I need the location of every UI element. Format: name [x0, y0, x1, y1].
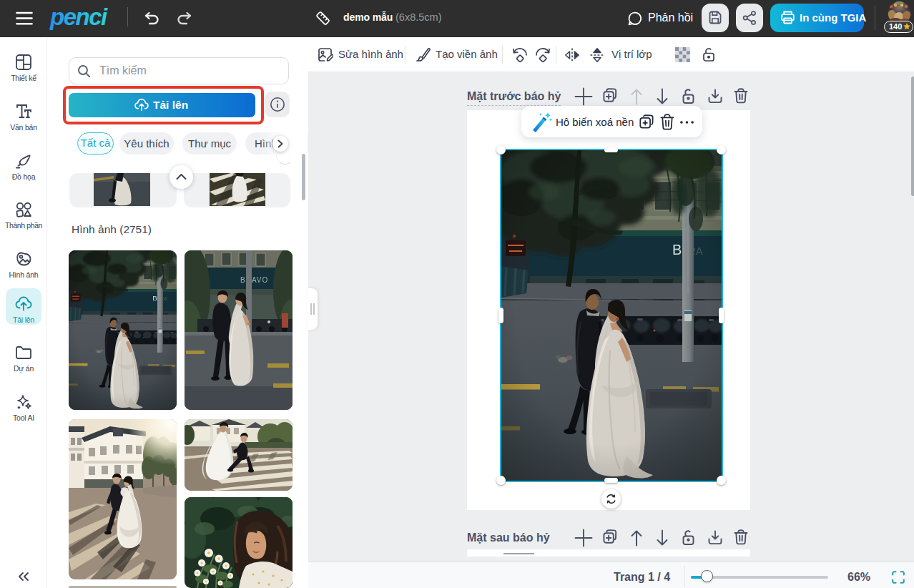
svg-text:penci: penci [49, 4, 108, 30]
